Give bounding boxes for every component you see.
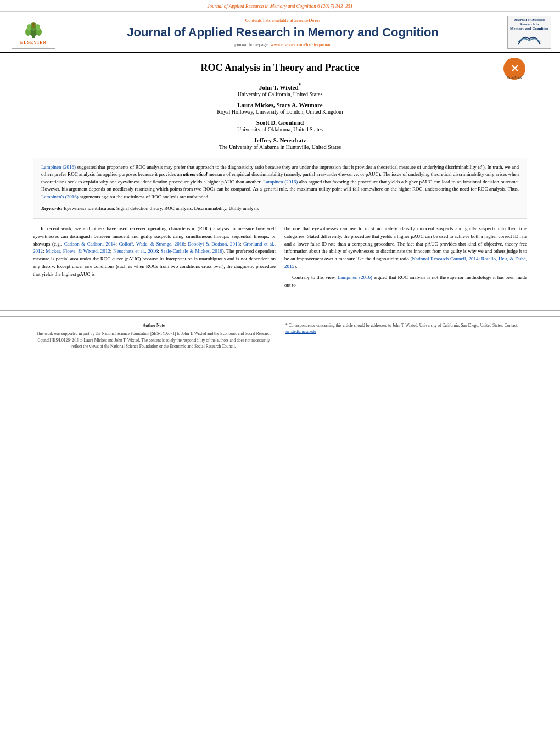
abstract-text: Lampinen (2016) suggested that proponent…: [41, 164, 519, 201]
keywords-text: Eyewitness identification, Signal detect…: [64, 205, 259, 211]
paper-title: ROC Analysis in Theory and Practice: [33, 62, 527, 74]
elsevier-tree-icon: [20, 20, 47, 39]
svg-point-7: [32, 23, 35, 26]
svg-rect-8: [33, 25, 35, 28]
body-para-2: the one that eyewitnesses can use to mos…: [284, 225, 527, 271]
journal-title: Journal of Applied Research in Memory an…: [58, 25, 507, 40]
journal-logo-right: Journal of Applied Research in Memory an…: [507, 16, 551, 49]
author-1-affiliation: University of California, United States: [33, 91, 527, 97]
nrc-link[interactable]: National Research Council, 2014: [412, 256, 479, 261]
rotello-link[interactable]: Rotello, Heit, & Dubé, 2015: [284, 256, 527, 269]
email-link[interactable]: jwixted@ucsd.edu: [285, 329, 316, 334]
carlson-link[interactable]: Carlson & Carlson, 2014: [64, 241, 116, 247]
svg-point-5: [27, 24, 31, 31]
author-2-name: Laura Mickes, Stacy A. Wetmore: [33, 102, 527, 108]
author-3-affiliation: University of Oklahoma, United States: [33, 126, 527, 132]
author-note-title: Author Note: [33, 322, 275, 328]
keywords-label: Keywords:: [41, 205, 63, 211]
body-col-left: In recent work, we and others have used …: [33, 225, 276, 293]
lampinen-2016-link-1[interactable]: Lampinen (2016): [41, 164, 76, 170]
science-direct-link[interactable]: ScienceDirect: [294, 18, 320, 23]
body-para-3: Contrary to this view, Lampinen (2016) a…: [284, 274, 527, 289]
svg-text:✕: ✕: [511, 63, 519, 74]
lampinen-2016-link-4[interactable]: Lampinen (2016): [338, 275, 372, 280]
journal-citation-bar: Journal of Applied Research in Memory an…: [0, 0, 560, 12]
neuschatz-link[interactable]: Neuschatz et al., 2016: [113, 248, 158, 254]
footer-divider: [0, 310, 560, 311]
author-3-name: Scott D. Gronlund: [33, 119, 527, 126]
author-4-affiliation: The University of Alabama in Huntsville,…: [33, 144, 527, 150]
footer-right: * Correspondence concerning this article…: [285, 322, 527, 349]
seale-link[interactable]: Seale-Carlisle & Mickes, 2016: [160, 248, 222, 254]
authors-section: John T. Wixted* University of California…: [33, 82, 527, 150]
journal-citation-text: Journal of Applied Research in Memory an…: [208, 3, 353, 9]
body-col-right: the one that eyewitnesses can use to mos…: [284, 225, 527, 293]
abstract-section: Lampinen (2016) suggested that proponent…: [33, 158, 527, 219]
author-2-affiliation: Royal Holloway, University of London, Un…: [33, 109, 527, 115]
journal-header: ELSEVIER Contents lists available at Sci…: [0, 12, 560, 53]
footer-right-text: * Correspondence concerning this article…: [285, 323, 518, 328]
science-direct-line: Contents lists available at ScienceDirec…: [58, 18, 507, 23]
author-4-name: Jeffrey S. Neuschatz: [33, 137, 527, 143]
lampinen-2016-link-3[interactable]: Lampinen's (2016): [41, 194, 79, 199]
mickes-link[interactable]: Mickes, Flowe, & Wixted, 2012: [46, 248, 110, 254]
dobolyi-link[interactable]: Dobolyi & Dodson, 2013: [188, 241, 240, 247]
lampinen-2016-link-2[interactable]: Lampinen (2016): [263, 179, 298, 185]
keywords-line: Keywords: Eyewitness identification, Sig…: [41, 205, 519, 213]
footer-left-text: This work was supported in part by the N…: [33, 331, 275, 349]
footer-section: Author Note This work was supported in p…: [0, 316, 560, 358]
asterisk: *: [299, 82, 301, 88]
crossmark-badge: ✕ CrossMark: [502, 57, 527, 82]
body-para-1: In recent work, we and others have used …: [33, 225, 276, 279]
elsevier-text: ELSEVIER: [20, 40, 47, 45]
colloff-link[interactable]: Colloff, Wade, & Strange, 2016: [119, 241, 184, 247]
journal-header-center: Contents lists available at ScienceDirec…: [58, 18, 507, 47]
svg-text:CrossMark: CrossMark: [507, 76, 522, 79]
author-1-name: John T. Wixted*: [33, 82, 527, 91]
main-content: ROC Analysis in Theory and Practice ✕ Cr…: [0, 53, 560, 302]
homepage-url[interactable]: www.elsevier.com/locate/jarmac: [270, 42, 331, 47]
journal-homepage: journal homepage: www.elsevier.com/locat…: [58, 42, 507, 47]
body-columns: In recent work, we and others have used …: [33, 225, 527, 293]
elsevier-logo: ELSEVIER: [9, 16, 58, 49]
svg-point-6: [36, 24, 40, 31]
footer-left: Author Note This work was supported in p…: [33, 322, 275, 349]
